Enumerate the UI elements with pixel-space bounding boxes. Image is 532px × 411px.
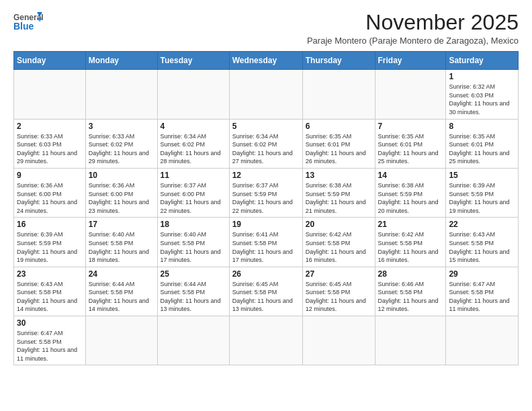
calendar-cell bbox=[229, 70, 302, 119]
day-info: Sunrise: 6:46 AMSunset: 5:58 PMDaylight:… bbox=[378, 280, 443, 314]
calendar-cell: 26Sunrise: 6:45 AMSunset: 5:58 PMDayligh… bbox=[229, 267, 302, 316]
logo-svg: General Blue bbox=[13, 11, 43, 36]
day-number: 27 bbox=[306, 269, 372, 279]
day-info: Sunrise: 6:47 AMSunset: 5:58 PMDaylight:… bbox=[449, 280, 515, 314]
header: General Blue November 2025 Paraje Monter… bbox=[13, 11, 519, 46]
calendar-cell: 9Sunrise: 6:36 AMSunset: 6:00 PMDaylight… bbox=[14, 168, 86, 217]
calendar-cell bbox=[446, 316, 519, 365]
calendar-cell: 24Sunrise: 6:44 AMSunset: 5:58 PMDayligh… bbox=[85, 267, 157, 316]
calendar-cell: 15Sunrise: 6:39 AMSunset: 5:59 PMDayligh… bbox=[446, 168, 519, 217]
calendar-cell: 4Sunrise: 6:34 AMSunset: 6:02 PMDaylight… bbox=[157, 119, 229, 168]
day-info: Sunrise: 6:35 AMSunset: 6:01 PMDaylight:… bbox=[306, 132, 372, 166]
calendar-cell: 27Sunrise: 6:45 AMSunset: 5:58 PMDayligh… bbox=[302, 267, 375, 316]
calendar-cell: 28Sunrise: 6:46 AMSunset: 5:58 PMDayligh… bbox=[375, 267, 446, 316]
day-number: 13 bbox=[306, 171, 372, 180]
day-number: 8 bbox=[449, 122, 515, 131]
calendar-table: SundayMondayTuesdayWednesdayThursdayFrid… bbox=[13, 51, 519, 365]
day-number: 25 bbox=[161, 269, 226, 279]
day-number: 4 bbox=[161, 122, 226, 131]
calendar-cell: 13Sunrise: 6:38 AMSunset: 5:59 PMDayligh… bbox=[302, 168, 375, 217]
calendar-cell: 10Sunrise: 6:36 AMSunset: 6:00 PMDayligh… bbox=[85, 168, 157, 217]
day-info: Sunrise: 6:44 AMSunset: 5:58 PMDaylight:… bbox=[89, 280, 154, 314]
day-info: Sunrise: 6:38 AMSunset: 5:59 PMDaylight:… bbox=[306, 181, 372, 215]
day-info: Sunrise: 6:38 AMSunset: 5:59 PMDaylight:… bbox=[378, 181, 443, 215]
calendar-cell: 8Sunrise: 6:35 AMSunset: 6:01 PMDaylight… bbox=[446, 119, 519, 168]
calendar-cell: 7Sunrise: 6:35 AMSunset: 6:01 PMDaylight… bbox=[375, 119, 446, 168]
day-number: 9 bbox=[17, 171, 83, 180]
day-info: Sunrise: 6:39 AMSunset: 5:59 PMDaylight:… bbox=[449, 181, 515, 215]
calendar-cell: 2Sunrise: 6:33 AMSunset: 6:03 PMDaylight… bbox=[14, 119, 86, 168]
calendar-cell bbox=[157, 70, 229, 119]
day-info: Sunrise: 6:43 AMSunset: 5:58 PMDaylight:… bbox=[17, 280, 83, 314]
calendar-cell: 6Sunrise: 6:35 AMSunset: 6:01 PMDaylight… bbox=[302, 119, 375, 168]
week-row-0: 1Sunrise: 6:32 AMSunset: 6:03 PMDaylight… bbox=[14, 70, 519, 119]
calendar-cell: 23Sunrise: 6:43 AMSunset: 5:58 PMDayligh… bbox=[14, 267, 86, 316]
calendar-cell: 30Sunrise: 6:47 AMSunset: 5:58 PMDayligh… bbox=[14, 316, 86, 365]
calendar-cell bbox=[375, 316, 446, 365]
calendar-cell: 19Sunrise: 6:41 AMSunset: 5:58 PMDayligh… bbox=[229, 218, 302, 267]
calendar-cell: 3Sunrise: 6:33 AMSunset: 6:02 PMDaylight… bbox=[85, 119, 157, 168]
day-info: Sunrise: 6:36 AMSunset: 6:00 PMDaylight:… bbox=[89, 181, 154, 215]
day-number: 21 bbox=[378, 220, 443, 229]
calendar-cell bbox=[302, 70, 375, 119]
calendar-cell: 21Sunrise: 6:42 AMSunset: 5:58 PMDayligh… bbox=[375, 218, 446, 267]
day-info: Sunrise: 6:47 AMSunset: 5:58 PMDaylight:… bbox=[17, 329, 83, 363]
day-number: 12 bbox=[232, 171, 300, 180]
weekday-header-saturday: Saturday bbox=[446, 52, 519, 70]
day-number: 24 bbox=[89, 269, 154, 279]
day-info: Sunrise: 6:37 AMSunset: 6:00 PMDaylight:… bbox=[161, 181, 226, 215]
day-info: Sunrise: 6:36 AMSunset: 6:00 PMDaylight:… bbox=[17, 181, 83, 215]
day-number: 14 bbox=[378, 171, 443, 180]
day-number: 17 bbox=[89, 220, 154, 229]
calendar-cell: 14Sunrise: 6:38 AMSunset: 5:59 PMDayligh… bbox=[375, 168, 446, 217]
day-number: 28 bbox=[378, 269, 443, 279]
calendar-cell: 1Sunrise: 6:32 AMSunset: 6:03 PMDaylight… bbox=[446, 70, 519, 119]
day-number: 26 bbox=[232, 269, 300, 279]
week-row-1: 2Sunrise: 6:33 AMSunset: 6:03 PMDaylight… bbox=[14, 119, 519, 168]
day-number: 15 bbox=[449, 171, 515, 180]
weekday-header-row: SundayMondayTuesdayWednesdayThursdayFrid… bbox=[14, 52, 519, 70]
day-number: 29 bbox=[449, 269, 515, 279]
day-number: 30 bbox=[17, 318, 83, 328]
day-info: Sunrise: 6:44 AMSunset: 5:58 PMDaylight:… bbox=[161, 280, 226, 314]
week-row-2: 9Sunrise: 6:36 AMSunset: 6:00 PMDaylight… bbox=[14, 168, 519, 217]
calendar-cell: 18Sunrise: 6:40 AMSunset: 5:58 PMDayligh… bbox=[157, 218, 229, 267]
day-number: 2 bbox=[17, 122, 83, 131]
day-info: Sunrise: 6:43 AMSunset: 5:58 PMDaylight:… bbox=[449, 230, 515, 264]
day-info: Sunrise: 6:33 AMSunset: 6:03 PMDaylight:… bbox=[17, 132, 83, 166]
day-number: 6 bbox=[306, 122, 372, 131]
calendar-cell: 20Sunrise: 6:42 AMSunset: 5:58 PMDayligh… bbox=[302, 218, 375, 267]
day-info: Sunrise: 6:41 AMSunset: 5:58 PMDaylight:… bbox=[232, 230, 300, 264]
weekday-header-tuesday: Tuesday bbox=[157, 52, 229, 70]
svg-text:Blue: Blue bbox=[13, 21, 34, 32]
week-row-3: 16Sunrise: 6:39 AMSunset: 5:59 PMDayligh… bbox=[14, 218, 519, 267]
month-title: November 2025 bbox=[307, 11, 519, 34]
calendar-cell: 11Sunrise: 6:37 AMSunset: 6:00 PMDayligh… bbox=[157, 168, 229, 217]
day-number: 5 bbox=[232, 122, 300, 131]
calendar-cell: 29Sunrise: 6:47 AMSunset: 5:58 PMDayligh… bbox=[446, 267, 519, 316]
calendar-cell bbox=[14, 70, 86, 119]
day-number: 19 bbox=[232, 220, 300, 229]
day-info: Sunrise: 6:35 AMSunset: 6:01 PMDaylight:… bbox=[378, 132, 443, 166]
day-number: 22 bbox=[449, 220, 515, 229]
weekday-header-friday: Friday bbox=[375, 52, 446, 70]
calendar-cell: 22Sunrise: 6:43 AMSunset: 5:58 PMDayligh… bbox=[446, 218, 519, 267]
day-info: Sunrise: 6:45 AMSunset: 5:58 PMDaylight:… bbox=[306, 280, 372, 314]
day-number: 16 bbox=[17, 220, 83, 229]
calendar-cell bbox=[302, 316, 375, 365]
day-number: 18 bbox=[161, 220, 226, 229]
calendar-cell: 16Sunrise: 6:39 AMSunset: 5:59 PMDayligh… bbox=[14, 218, 86, 267]
day-info: Sunrise: 6:42 AMSunset: 5:58 PMDaylight:… bbox=[378, 230, 443, 264]
day-info: Sunrise: 6:34 AMSunset: 6:02 PMDaylight:… bbox=[161, 132, 226, 166]
calendar-cell bbox=[375, 70, 446, 119]
day-number: 7 bbox=[378, 122, 443, 131]
day-info: Sunrise: 6:33 AMSunset: 6:02 PMDaylight:… bbox=[89, 132, 154, 166]
day-info: Sunrise: 6:40 AMSunset: 5:58 PMDaylight:… bbox=[89, 230, 154, 264]
calendar-cell: 12Sunrise: 6:37 AMSunset: 5:59 PMDayligh… bbox=[229, 168, 302, 217]
day-number: 1 bbox=[449, 72, 515, 81]
day-info: Sunrise: 6:45 AMSunset: 5:58 PMDaylight:… bbox=[232, 280, 300, 314]
day-info: Sunrise: 6:34 AMSunset: 6:02 PMDaylight:… bbox=[232, 132, 300, 166]
day-number: 23 bbox=[17, 269, 83, 279]
weekday-header-thursday: Thursday bbox=[302, 52, 375, 70]
day-number: 10 bbox=[89, 171, 154, 180]
